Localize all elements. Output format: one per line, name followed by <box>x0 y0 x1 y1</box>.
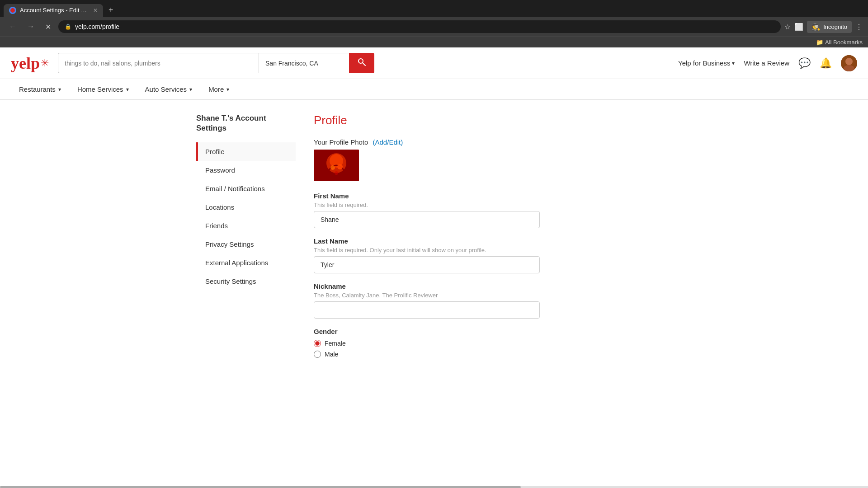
sidebar-item-password[interactable]: Password <box>196 161 296 179</box>
yelp-for-business-label: Yelp for Business <box>678 59 730 67</box>
user-avatar[interactable] <box>841 55 857 71</box>
last-name-input[interactable] <box>314 256 540 273</box>
profile-photo-image[interactable] <box>314 150 359 181</box>
profile-photo-svg <box>314 150 359 181</box>
sidebar-item-external-applications[interactable]: External Applications <box>196 253 296 272</box>
write-review-label: Write a Review <box>744 59 789 67</box>
nav-more-label: More <box>208 85 224 93</box>
svg-line-2 <box>363 63 365 66</box>
nickname-hint: The Boss, Calamity Jane, The Prolific Re… <box>314 292 672 299</box>
profile-content: Profile Your Profile Photo (Add/Edit) <box>314 113 672 367</box>
sidebar-item-locations[interactable]: Locations <box>196 198 296 216</box>
gender-female-label: Female <box>325 340 346 347</box>
nav-more-chevron: ▾ <box>226 86 229 93</box>
bookmarks-folder[interactable]: 📁 All Bookmarks <box>816 39 863 46</box>
nav-restaurants-label: Restaurants <box>19 85 56 93</box>
sidebar-link-friends[interactable]: Friends <box>198 216 296 235</box>
sidebar-link-email-notifications[interactable]: Email / Notifications <box>198 179 296 198</box>
search-what-input[interactable] <box>58 53 259 73</box>
messages-icon[interactable]: 💬 <box>798 57 811 69</box>
main-content: Shane T.'s Account Settings Profile Pass… <box>185 113 683 367</box>
tab-close-button[interactable]: ✕ <box>93 7 98 14</box>
profile-photo-label-text: Your Profile Photo <box>314 138 368 146</box>
folder-icon: 📁 <box>816 39 823 46</box>
sidebar-item-profile[interactable]: Profile <box>196 142 296 161</box>
logo-text: yelp <box>11 54 40 73</box>
write-review-link[interactable]: Write a Review <box>744 59 789 67</box>
gender-male-radio[interactable] <box>314 351 321 358</box>
bookmark-star-icon[interactable]: ☆ <box>784 23 791 31</box>
nav-home-services-chevron: ▾ <box>126 86 129 93</box>
nickname-input[interactable] <box>314 301 540 319</box>
sidebar: Shane T.'s Account Settings Profile Pass… <box>196 113 296 367</box>
profile-heading: Profile <box>314 113 672 127</box>
reload-button[interactable]: ✕ <box>42 21 55 33</box>
nav-home-services[interactable]: Home Services ▾ <box>69 79 137 99</box>
search-button[interactable] <box>349 53 374 73</box>
svg-point-4 <box>845 58 853 65</box>
gender-female-option[interactable]: Female <box>314 340 672 347</box>
search-form <box>58 53 374 73</box>
sidebar-link-privacy-settings[interactable]: Privacy Settings <box>198 235 296 253</box>
nav-auto-services-label: Auto Services <box>145 85 187 93</box>
first-name-label: First Name <box>314 192 672 200</box>
last-name-label: Last Name <box>314 237 672 245</box>
gender-male-label: Male <box>325 351 338 358</box>
profile-photo-edit-link[interactable]: (Add/Edit) <box>373 138 403 146</box>
header-actions: Yelp for Business ▾ Write a Review 💬 🔔 <box>678 55 857 71</box>
profile-photo-label: Your Profile Photo (Add/Edit) <box>314 138 672 146</box>
nickname-label: Nickname <box>314 282 672 290</box>
notifications-icon[interactable]: 🔔 <box>820 57 832 69</box>
last-name-group: Last Name This field is required. Only y… <box>314 237 672 273</box>
browser-tabs: Account Settings - Edit Your Pr... ✕ + <box>0 0 868 17</box>
gender-female-radio[interactable] <box>314 340 321 347</box>
forward-button[interactable]: → <box>24 21 38 33</box>
back-button[interactable]: ← <box>5 21 20 33</box>
account-settings-title: Shane T.'s Account Settings <box>196 113 296 133</box>
first-name-hint: This field is required. <box>314 202 672 208</box>
first-name-group: First Name This field is required. <box>314 192 672 228</box>
sidebar-item-friends[interactable]: Friends <box>196 216 296 235</box>
yelp-logo[interactable]: yelp ✳ <box>11 54 49 73</box>
first-name-input[interactable] <box>314 211 540 228</box>
tab-favicon <box>9 7 16 14</box>
new-tab-button[interactable]: + <box>105 4 117 17</box>
site-header: yelp ✳ Yelp for Business ▾ Write a Revie… <box>0 47 868 79</box>
search-where-input[interactable] <box>259 53 349 73</box>
logo-burst-icon: ✳ <box>41 57 49 69</box>
active-tab[interactable]: Account Settings - Edit Your Pr... ✕ <box>4 4 103 17</box>
nav-home-services-label: Home Services <box>77 85 123 93</box>
gender-label: Gender <box>314 328 672 335</box>
address-bar[interactable]: 🔒 <box>58 20 781 33</box>
svg-point-9 <box>330 165 335 170</box>
browser-chrome: Account Settings - Edit Your Pr... ✕ + ←… <box>0 0 868 47</box>
sidebar-link-password[interactable]: Password <box>198 161 296 179</box>
secure-icon: 🔒 <box>65 23 71 30</box>
nav-restaurants-chevron: ▾ <box>58 86 61 93</box>
nav-auto-services[interactable]: Auto Services ▾ <box>137 79 201 99</box>
sidebar-item-privacy-settings[interactable]: Privacy Settings <box>196 235 296 253</box>
nav-auto-services-chevron: ▾ <box>189 86 192 93</box>
address-input[interactable] <box>75 23 774 30</box>
nav-restaurants[interactable]: Restaurants ▾ <box>11 79 69 99</box>
bookmarks-bar: 📁 All Bookmarks <box>0 37 868 47</box>
sidebar-item-email-notifications[interactable]: Email / Notifications <box>196 179 296 198</box>
profile-photo-section: Your Profile Photo (Add/Edit) <box>314 138 672 181</box>
yelp-for-business-link[interactable]: Yelp for Business ▾ <box>678 59 735 67</box>
extension-icon[interactable]: ⬜ <box>794 23 803 31</box>
browser-toolbar: ← → ✕ 🔒 ☆ ⬜ 🕵 Incognito ⋮ <box>0 17 868 37</box>
menu-icon[interactable]: ⋮ <box>855 23 863 31</box>
gender-male-option[interactable]: Male <box>314 351 672 358</box>
nav-more[interactable]: More ▾ <box>200 79 237 99</box>
svg-point-10 <box>337 164 343 169</box>
bookmarks-label: All Bookmarks <box>825 39 863 46</box>
sidebar-link-external-applications[interactable]: External Applications <box>198 253 296 272</box>
sidebar-link-security-settings[interactable]: Security Settings <box>198 272 296 291</box>
sidebar-link-locations[interactable]: Locations <box>198 198 296 216</box>
sidebar-item-security-settings[interactable]: Security Settings <box>196 272 296 291</box>
sidebar-link-profile[interactable]: Profile <box>198 142 296 161</box>
nickname-group: Nickname The Boss, Calamity Jane, The Pr… <box>314 282 672 319</box>
last-name-hint: This field is required. Only your last i… <box>314 247 672 253</box>
tab-title: Account Settings - Edit Your Pr... <box>20 7 88 14</box>
yelp-for-business-chevron: ▾ <box>732 60 735 66</box>
